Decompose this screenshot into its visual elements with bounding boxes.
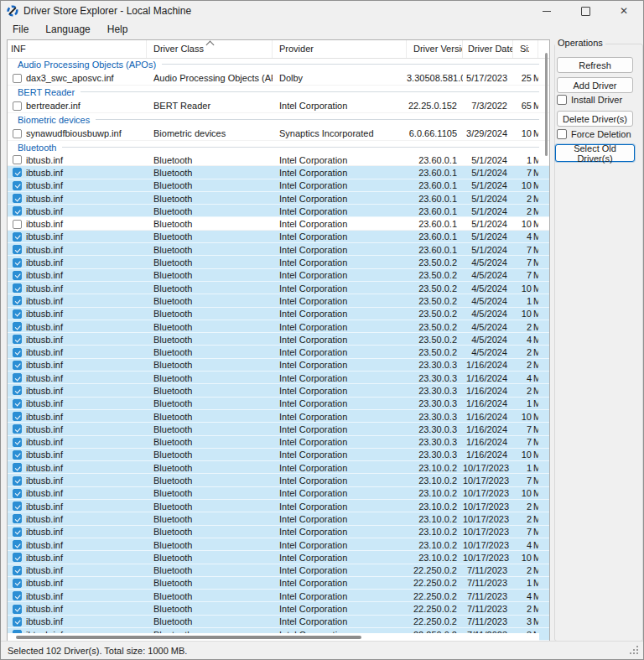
table-row[interactable]: ibtusb.infBluetoothIntel Corporation23.6… bbox=[8, 153, 549, 166]
row-checkbox[interactable] bbox=[13, 322, 22, 331]
table-row[interactable]: ibtusb.infBluetoothIntel Corporation23.1… bbox=[8, 526, 549, 538]
table-row[interactable]: ibtusb.infBluetoothIntel Corporation23.3… bbox=[8, 423, 549, 435]
row-checkbox[interactable] bbox=[13, 155, 22, 164]
force-deletion-checkbox[interactable] bbox=[557, 129, 567, 139]
table-row[interactable]: dax3_swc_aposvc.infAudio Processing Obje… bbox=[8, 70, 549, 86]
row-checkbox[interactable] bbox=[13, 501, 22, 511]
row-checkbox[interactable] bbox=[13, 476, 22, 486]
table-row[interactable]: ibtusb.infBluetoothIntel Corporation23.5… bbox=[8, 294, 549, 307]
add-driver-button[interactable]: Add Driver bbox=[557, 77, 633, 93]
table-row[interactable]: ibtusb.infBluetoothIntel Corporation23.5… bbox=[8, 333, 549, 346]
table-row[interactable]: ibtusb.infBluetoothIntel Corporation22.2… bbox=[8, 577, 549, 590]
table-row[interactable]: ibtusb.infBluetoothIntel Corporation23.1… bbox=[8, 551, 549, 564]
table-row[interactable]: ibtusb.infBluetoothIntel Corporation23.1… bbox=[8, 500, 549, 512]
table-row[interactable]: ibtusb.infBluetoothIntel Corporation23.6… bbox=[8, 192, 549, 205]
row-checkbox[interactable] bbox=[13, 296, 22, 305]
horizontal-scrollbar-thumb[interactable] bbox=[16, 636, 361, 639]
table-row[interactable]: ibtusb.infBluetoothIntel Corporation23.1… bbox=[8, 461, 549, 474]
row-checkbox[interactable] bbox=[13, 129, 22, 138]
table-row[interactable]: ibtusb.infBluetoothIntel Corporation23.6… bbox=[8, 243, 549, 256]
maximize-button[interactable] bbox=[566, 1, 605, 21]
table-row[interactable]: ibtusb.infBluetoothIntel Corporation23.5… bbox=[8, 320, 549, 333]
table-row[interactable]: ibtusb.infBluetoothIntel Corporation23.3… bbox=[8, 410, 549, 423]
table-row[interactable]: ibtusb.infBluetoothIntel Corporation23.6… bbox=[8, 231, 549, 243]
table-row[interactable]: ibtusb.infBluetoothIntel Corporation23.3… bbox=[8, 384, 549, 397]
table-row[interactable]: ibtusb.infBluetoothIntel Corporation23.6… bbox=[8, 179, 549, 192]
row-checkbox[interactable] bbox=[13, 361, 22, 370]
row-checkbox[interactable] bbox=[13, 450, 22, 460]
table-row[interactable]: ibtusb.infBluetoothIntel Corporation23.5… bbox=[8, 282, 549, 294]
row-checkbox[interactable] bbox=[13, 206, 22, 216]
column-header-class[interactable]: Driver Class bbox=[147, 40, 273, 58]
row-checkbox[interactable] bbox=[13, 566, 22, 575]
row-checkbox[interactable] bbox=[13, 424, 22, 434]
install-driver-checkbox[interactable] bbox=[557, 95, 567, 105]
table-row[interactable]: ibtusb.infBluetoothIntel Corporation22.2… bbox=[8, 616, 549, 628]
column-header-version[interactable]: Driver Version bbox=[407, 40, 463, 58]
row-checkbox[interactable] bbox=[13, 553, 22, 562]
table-row[interactable]: ibtusb.infBluetoothIntel Corporation23.1… bbox=[8, 538, 549, 551]
table-row[interactable]: ibtusb.infBluetoothIntel Corporation23.3… bbox=[8, 359, 549, 372]
row-checkbox[interactable] bbox=[13, 335, 22, 344]
refresh-button[interactable]: Refresh bbox=[557, 57, 633, 73]
table-row[interactable]: ibtusb.infBluetoothIntel Corporation23.3… bbox=[8, 372, 549, 384]
row-checkbox[interactable] bbox=[13, 540, 22, 549]
row-checkbox[interactable] bbox=[13, 605, 22, 614]
column-header-inf[interactable]: INF bbox=[8, 40, 147, 58]
column-header-provider[interactable]: Provider bbox=[273, 40, 407, 58]
column-header-date[interactable]: Driver Date bbox=[463, 40, 513, 58]
row-checkbox[interactable] bbox=[13, 514, 22, 523]
table-row[interactable]: ibtusb.infBluetoothIntel Corporation23.6… bbox=[8, 205, 549, 217]
menu-language[interactable]: Language bbox=[41, 23, 94, 36]
table-row[interactable]: ibtusb.infBluetoothIntel Corporation23.6… bbox=[8, 166, 549, 179]
row-checkbox[interactable] bbox=[13, 579, 22, 588]
table-row[interactable]: ibtusb.infBluetoothIntel Corporation22.2… bbox=[8, 602, 549, 615]
row-checkbox[interactable] bbox=[13, 245, 22, 254]
row-checkbox[interactable] bbox=[13, 399, 22, 408]
resize-grip-icon[interactable] bbox=[630, 646, 640, 656]
row-checkbox[interactable] bbox=[13, 168, 22, 177]
row-checkbox[interactable] bbox=[13, 220, 22, 229]
table-row[interactable]: ibtusb.infBluetoothIntel Corporation23.3… bbox=[8, 436, 549, 449]
table-row[interactable]: ibtusb.infBluetoothIntel Corporation22.2… bbox=[8, 564, 549, 577]
row-checkbox[interactable] bbox=[13, 232, 22, 242]
row-checkbox[interactable] bbox=[13, 617, 22, 626]
row-checkbox[interactable] bbox=[13, 271, 22, 280]
row-checkbox[interactable] bbox=[13, 309, 22, 319]
row-checkbox[interactable] bbox=[13, 74, 22, 83]
table-row[interactable]: ibtusb.infBluetoothIntel Corporation23.3… bbox=[8, 398, 549, 410]
table-row[interactable]: ibtusb.infBluetoothIntel Corporation22.2… bbox=[8, 590, 549, 602]
row-checkbox[interactable] bbox=[13, 438, 22, 447]
row-checkbox[interactable] bbox=[13, 283, 22, 293]
table-row[interactable]: ibtusb.infBluetoothIntel Corporation23.5… bbox=[8, 346, 549, 358]
row-checkbox[interactable] bbox=[13, 101, 22, 111]
column-header-size[interactable]: Size bbox=[513, 40, 538, 58]
table-row[interactable]: ibtusb.infBluetoothIntel Corporation23.6… bbox=[8, 217, 549, 230]
row-checkbox[interactable] bbox=[13, 527, 22, 537]
select-old-drivers-button[interactable]: Select Old Driver(s) bbox=[555, 144, 635, 162]
table-row[interactable]: synawudfbiousbuwp.infBiometric devicesSy… bbox=[8, 126, 549, 141]
table-row[interactable]: ibtusb.infBluetoothIntel Corporation23.5… bbox=[8, 269, 549, 282]
minimize-button[interactable] bbox=[527, 1, 566, 21]
row-checkbox[interactable] bbox=[13, 489, 22, 498]
row-checkbox[interactable] bbox=[13, 373, 22, 382]
table-row[interactable]: ibtusb.infBluetoothIntel Corporation23.5… bbox=[8, 308, 549, 320]
row-checkbox[interactable] bbox=[13, 591, 22, 600]
row-checkbox[interactable] bbox=[13, 348, 22, 357]
row-checkbox[interactable] bbox=[13, 412, 22, 421]
row-checkbox[interactable] bbox=[13, 386, 22, 395]
row-checkbox[interactable] bbox=[13, 181, 22, 190]
table-row[interactable]: ibtusb.infBluetoothIntel Corporation23.1… bbox=[8, 487, 549, 500]
row-checkbox[interactable] bbox=[13, 258, 22, 268]
menu-help[interactable]: Help bbox=[103, 23, 132, 36]
table-row[interactable]: ibtusb.infBluetoothIntel Corporation23.1… bbox=[8, 474, 549, 486]
row-checkbox[interactable] bbox=[13, 194, 22, 203]
vertical-scrollbar-thumb[interactable] bbox=[545, 53, 548, 156]
row-checkbox[interactable] bbox=[13, 463, 22, 472]
close-button[interactable]: ✕ bbox=[605, 1, 643, 21]
menu-file[interactable]: File bbox=[8, 23, 33, 36]
table-row[interactable]: ibtusb.infBluetoothIntel Corporation23.5… bbox=[8, 256, 549, 268]
table-row[interactable]: ibtusb.infBluetoothIntel Corporation23.3… bbox=[8, 449, 549, 461]
table-row[interactable]: ibtusb.infBluetoothIntel Corporation23.1… bbox=[8, 512, 549, 525]
delete-drivers-button[interactable]: Delete Driver(s) bbox=[557, 111, 633, 127]
